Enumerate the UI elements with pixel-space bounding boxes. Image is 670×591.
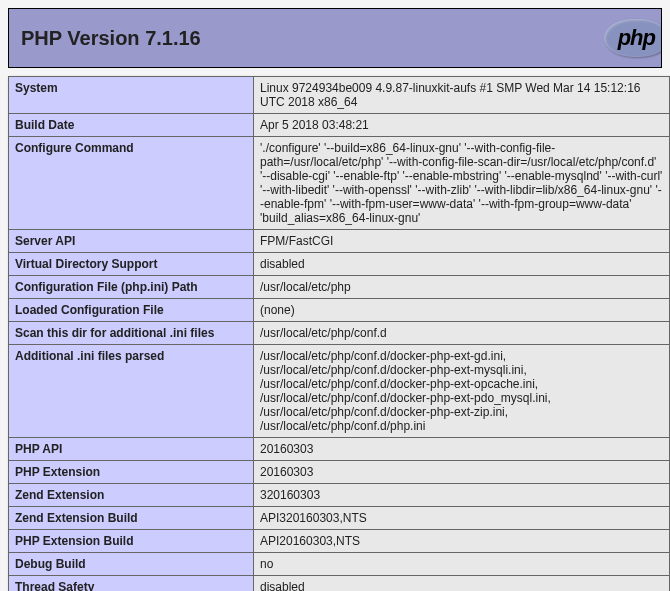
info-row: PHP Extension BuildAPI20160303,NTS [9,530,670,553]
info-value: disabled [254,576,670,592]
info-row: Scan this dir for additional .ini files/… [9,322,670,345]
info-label: Configuration File (php.ini) Path [9,276,254,299]
info-label: PHP Extension [9,461,254,484]
info-label: Virtual Directory Support [9,253,254,276]
info-value: 20160303 [254,461,670,484]
info-value: Linux 9724934be009 4.9.87-linuxkit-aufs … [254,77,670,114]
info-value: 320160303 [254,484,670,507]
info-value: /usr/local/etc/php [254,276,670,299]
info-value: (none) [254,299,670,322]
info-row: Debug Buildno [9,553,670,576]
info-label: System [9,77,254,114]
info-label: Zend Extension Build [9,507,254,530]
info-label: Additional .ini files parsed [9,345,254,438]
info-value: API20160303,NTS [254,530,670,553]
info-label: Thread Safety [9,576,254,592]
page-header: PHP Version 7.1.16 php [8,8,662,68]
info-row: Loaded Configuration File(none) [9,299,670,322]
info-value: /usr/local/etc/php/conf.d [254,322,670,345]
info-label: Server API [9,230,254,253]
info-value: Apr 5 2018 03:48:21 [254,114,670,137]
info-label: Scan this dir for additional .ini files [9,322,254,345]
info-row: Configuration File (php.ini) Path/usr/lo… [9,276,670,299]
info-row: Server APIFPM/FastCGI [9,230,670,253]
info-value: API320160303,NTS [254,507,670,530]
info-label: Zend Extension [9,484,254,507]
page-title: PHP Version 7.1.16 [21,27,201,50]
info-row: PHP Extension20160303 [9,461,670,484]
info-row: Virtual Directory Supportdisabled [9,253,670,276]
info-row: SystemLinux 9724934be009 4.9.87-linuxkit… [9,77,670,114]
info-row: Build DateApr 5 2018 03:48:21 [9,114,670,137]
info-row: Zend Extension320160303 [9,484,670,507]
info-label: PHP API [9,438,254,461]
info-row: Zend Extension BuildAPI320160303,NTS [9,507,670,530]
info-value: disabled [254,253,670,276]
info-row: PHP API20160303 [9,438,670,461]
info-value: /usr/local/etc/php/conf.d/docker-php-ext… [254,345,670,438]
info-row: Additional .ini files parsed/usr/local/e… [9,345,670,438]
info-label: Configure Command [9,137,254,230]
info-label: Loaded Configuration File [9,299,254,322]
info-label: Build Date [9,114,254,137]
info-value: no [254,553,670,576]
php-logo: php [604,19,662,57]
info-label: PHP Extension Build [9,530,254,553]
phpinfo-table: SystemLinux 9724934be009 4.9.87-linuxkit… [8,76,670,591]
info-row: Configure Command'./configure' '--build=… [9,137,670,230]
info-row: Thread Safetydisabled [9,576,670,592]
info-value: 20160303 [254,438,670,461]
info-value: FPM/FastCGI [254,230,670,253]
info-value: './configure' '--build=x86_64-linux-gnu'… [254,137,670,230]
info-label: Debug Build [9,553,254,576]
